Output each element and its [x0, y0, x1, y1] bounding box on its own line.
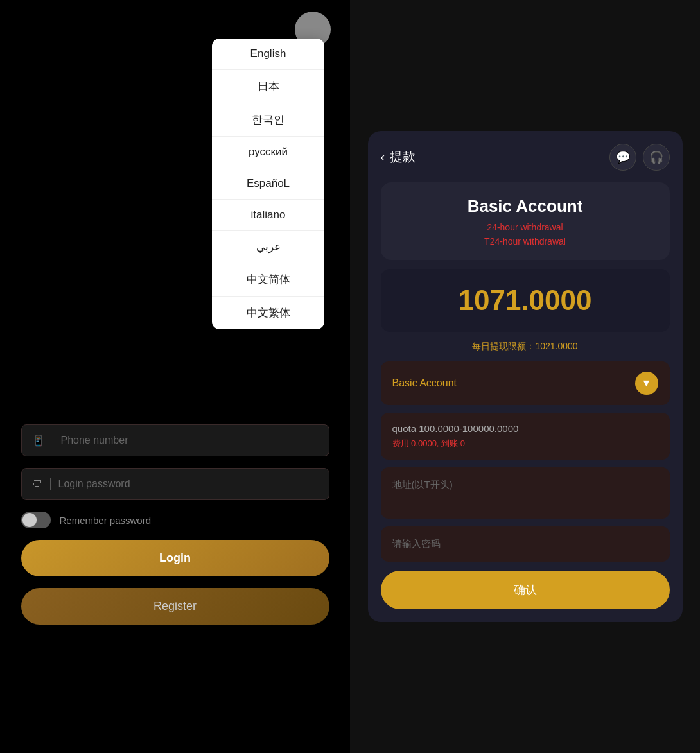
language-item-italian[interactable]: italiano [212, 200, 324, 231]
remember-label: Remember password [60, 515, 152, 526]
quota-box: quota 100.0000-100000.0000 费用 0.0000, 到账… [381, 413, 670, 460]
page-title: 提款 [390, 148, 416, 166]
password-input-box[interactable]: 请输入密码 [381, 526, 670, 562]
support-icon: 🎧 [649, 150, 663, 164]
back-button[interactable]: ‹ 提款 [381, 148, 416, 166]
withdrawal-info: 24-hour withdrawal T24-hour withdrawal [394, 220, 657, 249]
account-title-section: Basic Account 24-hour withdrawal T24-hou… [381, 182, 670, 261]
chevron-symbol: ▼ [642, 377, 652, 389]
account-select-row[interactable]: Basic Account ▼ [381, 361, 670, 405]
remember-row: Remember password [21, 512, 329, 528]
daily-limit: 每日提现限额：1021.0000 [381, 341, 670, 352]
language-item-russian[interactable]: русский [212, 137, 324, 168]
chevron-down-icon: ▼ [635, 372, 658, 395]
left-panel: English日本한국인русскийEspañoLitalianoعربي中文… [0, 0, 350, 753]
account-title: Basic Account [394, 196, 657, 216]
language-item-korean[interactable]: 한국인 [212, 103, 324, 137]
right-panel: ‹ 提款 💬 🎧 Basic Account 24-hour withdrawa… [350, 0, 700, 753]
language-item-chinese-traditional[interactable]: 中文繁体 [212, 297, 324, 329]
language-dropdown: English日本한국인русскийEspañoLitalianoعربي中文… [212, 39, 324, 329]
quota-text: quota 100.0000-100000.0000 [392, 423, 658, 434]
password-input-row: 🛡 [21, 468, 329, 500]
register-button[interactable]: Register [21, 588, 329, 625]
language-item-japanese[interactable]: 日本 [212, 70, 324, 103]
fee-text: 费用 0.0000, 到账 0 [392, 438, 658, 449]
chat-button[interactable]: 💬 [609, 144, 636, 171]
login-form: 📱 🛡 Remember password Login Register [21, 424, 329, 625]
address-input-box[interactable]: 地址(以T开头) [381, 467, 670, 519]
withdrawal-line2: T24-hour withdrawal [394, 234, 657, 248]
confirm-button[interactable]: 确认 [381, 571, 670, 609]
daily-limit-label: 每日提现限额： [472, 341, 535, 351]
phone-input[interactable] [61, 435, 319, 446]
remember-toggle[interactable] [21, 512, 51, 528]
lock-icon: 🛡 [32, 478, 42, 490]
back-arrow-icon: ‹ [381, 150, 385, 164]
account-select-label: Basic Account [392, 377, 457, 389]
phone-input-row: 📱 [21, 424, 329, 456]
password-placeholder: 请输入密码 [392, 538, 441, 549]
support-button[interactable]: 🎧 [643, 144, 670, 171]
language-item-spanish[interactable]: EspañoL [212, 168, 324, 200]
daily-limit-value: 1021.0000 [535, 341, 577, 351]
login-button[interactable]: Login [21, 540, 329, 576]
language-item-arabic[interactable]: عربي [212, 231, 324, 263]
card-header: ‹ 提款 💬 🎧 [381, 144, 670, 171]
address-placeholder: 地址(以T开头) [392, 479, 453, 490]
header-icons: 💬 🎧 [609, 144, 670, 171]
amount-box: 1071.0000 [381, 269, 670, 332]
amount-value: 1071.0000 [396, 284, 654, 316]
withdrawal-card: ‹ 提款 💬 🎧 Basic Account 24-hour withdrawa… [368, 131, 683, 623]
language-item-chinese-simplified[interactable]: 中文简体 [212, 263, 324, 297]
phone-icon: 📱 [32, 435, 45, 447]
language-item-english[interactable]: English [212, 39, 324, 70]
withdrawal-line1: 24-hour withdrawal [394, 220, 657, 234]
password-input[interactable] [58, 478, 319, 490]
chat-icon: 💬 [616, 150, 630, 164]
